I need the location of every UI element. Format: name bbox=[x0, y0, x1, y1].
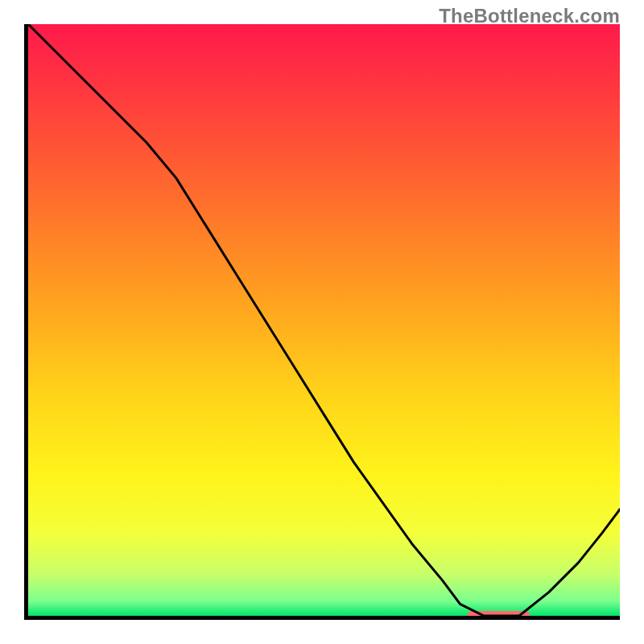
chart-svg bbox=[28, 24, 620, 616]
chart-container: TheBottleneck.com bbox=[0, 0, 644, 644]
plot-area bbox=[24, 24, 620, 620]
